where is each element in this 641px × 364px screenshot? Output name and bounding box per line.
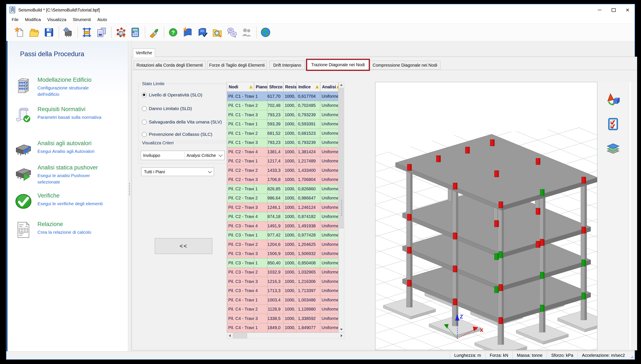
table-cell: 1000, (283, 249, 297, 259)
table-row[interactable]: Pil. C1 - Trave2681,521000,0,681523Unifo… (227, 129, 344, 138)
horizontal-scroll-thumb[interactable] (233, 333, 247, 338)
scroll-down-icon[interactable] (339, 327, 344, 332)
menu-visualizza[interactable]: Visualizza (44, 17, 70, 22)
subtab-forze-di-taglio-degli-elementi[interactable]: Forze di Taglio degli Elementi (207, 61, 267, 70)
minimize-button[interactable] (592, 4, 606, 16)
sidebar-item-requisiti-normativi[interactable]: Requisiti NormativiParametri basati sull… (15, 106, 122, 124)
table-cell: Uniforme (320, 249, 338, 259)
table-row[interactable]: Pil. C3 - Trave41713,31000,1,713397Unifo… (227, 286, 344, 296)
processor-button[interactable] (62, 26, 74, 39)
column-header-analisi[interactable]: Analisi6 (320, 82, 338, 92)
collapse-button[interactable]: << (155, 238, 212, 254)
book-new-button[interactable] (181, 26, 194, 39)
column-header-nodi[interactable]: Nodi1 (227, 82, 254, 92)
envelope-field[interactable]: Inviluppo (141, 153, 185, 158)
radio-livello-di-operativita-slo[interactable]: Livello di Operatività (SLO) (142, 92, 202, 98)
chevron-down-icon (208, 169, 212, 173)
table-row[interactable]: Pil. C4 - Trave31338,51000,1,338592Unifo… (227, 314, 344, 323)
calculator-button[interactable] (129, 26, 142, 39)
maximize-button[interactable] (606, 4, 620, 16)
folder-search-button[interactable] (211, 26, 224, 39)
sidebar-item-analisi-agli-autovalori[interactable]: Analisi agli autovaloriEsegui Analisi ag… (15, 140, 122, 158)
table-cell: Pil. C2 - Trave (227, 194, 254, 203)
subtab-trazione-diagonale-nei-nodi[interactable]: Trazione Diagonale nei Nodi (307, 60, 369, 70)
scroll-left-icon[interactable] (227, 333, 233, 339)
table-row[interactable]: Pil. C2 - Trave41381,41000,1,381424Unifo… (227, 147, 344, 157)
table-row[interactable]: Pil. C2 - Trave4874,181000,0,874182Unifo… (227, 212, 344, 222)
paint-brush-button[interactable] (148, 26, 161, 39)
scroll-up-icon[interactable] (339, 82, 344, 88)
toolbar-separator (78, 26, 78, 38)
support-button[interactable] (240, 26, 253, 39)
radio-danno-limitato-sld[interactable]: Danno Limitato (SLD) (142, 106, 192, 111)
subtab-compressione-diagonale-nei-nodi[interactable]: Compressione Diagonale nei Nodi (369, 61, 440, 70)
help-button[interactable] (167, 26, 180, 39)
table-row[interactable]: Pil. C2 - Trave31246,11000,1,246124Unifo… (227, 203, 344, 212)
table-row[interactable]: Pil. C3 - Trave1977,421000,0,977428Unifo… (227, 231, 344, 240)
table-cell: 1338,5 (267, 314, 283, 323)
paint-brush-icon (149, 27, 160, 38)
table-row[interactable]: Pil. C2 - Trave31706,81000,1,706804Unifo… (227, 175, 344, 184)
menu-modifica[interactable]: Modifica (22, 17, 44, 22)
table-row[interactable]: Pil. C1 - Trave1617,701000,0,617704Unifo… (227, 92, 344, 101)
book-check-button[interactable] (196, 26, 209, 39)
table-cell: Pil. C4 - Trave (227, 296, 254, 305)
table-row[interactable]: Pil. C2 - Trave11217,41000,1,217489Unifo… (227, 157, 344, 166)
table-row[interactable]: Pil. C1 - Trave3793,231000,0,793239Unifo… (227, 138, 344, 148)
view-3d-button[interactable] (605, 92, 621, 108)
code-report-button[interactable] (95, 26, 108, 39)
sidebar-splitter[interactable] (128, 41, 131, 351)
check-list-button[interactable] (605, 116, 621, 132)
menu-file[interactable]: File (9, 17, 22, 22)
table-row[interactable]: Pil. C1 - Trave2702,481000,0,702485Unifo… (227, 101, 344, 110)
table-row[interactable]: Pil. C2 - Trave21433,31000,1,433400Unifo… (227, 166, 344, 175)
analysis-dropdown[interactable]: Analysi Critiche (185, 153, 224, 158)
table-row[interactable]: Pil. C3 - Trave21204,61000,1,204625Unifo… (227, 240, 344, 249)
floors-dropdown[interactable]: Tutti i Piani (141, 168, 214, 176)
column-header-resist[interactable]: Resist4 (283, 82, 297, 92)
subtab-rotazioni-alla-corda-degli-elementi[interactable]: Rotazioni alla Corda degli Elementi (134, 61, 206, 70)
close-button[interactable]: × (620, 4, 634, 16)
menu-strumenti[interactable]: Strumenti (70, 17, 94, 22)
sidebar-item-analisi-statica-pushover[interactable]: Analisi statica pushoverEsegui le analis… (15, 164, 122, 185)
table-row[interactable]: Pil. C3 - Trave31506,91000,1,506932Unifo… (227, 249, 344, 259)
column-header-piano[interactable]: Piano2 (254, 82, 267, 92)
layers-button[interactable] (605, 140, 621, 157)
column-header-indice[interactable]: Indice5 (297, 82, 320, 92)
table-row[interactable]: Pil. C1 - Trave3793,231000,0,793239Unifo… (227, 110, 344, 120)
table-row[interactable]: Pil. C3 - Trave1850,401000,0,850408Unifo… (227, 258, 344, 268)
subtab-drift-interpiano[interactable]: Drift Interpiano (269, 61, 305, 70)
table-row[interactable]: Pil. C2 - Trave2986,641000,0,986647Unifo… (227, 194, 344, 203)
table-row[interactable]: Pil. C2 - Trave1826,851000,0,826860Unifo… (227, 184, 344, 194)
table-row[interactable]: Pil. C4 - Trave21128,91000,1,128980Unifo… (227, 305, 344, 314)
table-row[interactable]: Pil. C4 - Trave11849,01000,1,849077Unifo… (227, 323, 344, 333)
table-row[interactable]: Pil. C4 - Trave11003,41000,1,003486Unifo… (227, 296, 344, 305)
sidebar-item-modellazione-edificio[interactable]: Modellazione EdificioConfigurazione stru… (15, 77, 122, 98)
globe-button[interactable] (259, 26, 272, 39)
table-row[interactable]: Pil. C3 - Trave31216,31000,1,216306Unifo… (227, 277, 344, 286)
sidebar-item-subtitle: Parametri basati sulla normativa (38, 114, 110, 120)
vertical-scroll-thumb[interactable] (339, 88, 344, 228)
new-file-button[interactable] (13, 26, 26, 39)
save-project-button[interactable] (43, 26, 55, 39)
model-search-button[interactable] (114, 26, 127, 39)
beam-section-button[interactable] (81, 26, 93, 39)
radio-salvaguardia-della-vita-umana-slv[interactable]: Salvaguardia della Vita umana (SLV) (142, 120, 222, 124)
scroll-right-icon[interactable] (339, 333, 344, 339)
table-horizontal-scrollbar[interactable] (227, 332, 344, 339)
tab-verifiche[interactable]: Verifiche (133, 48, 155, 57)
menu-aiuto[interactable]: Aiuto (94, 17, 110, 22)
column-header-sforzo[interactable]: Sforzo3 (267, 82, 283, 92)
table-row[interactable]: Pil. C1 - Trave1593,391000,0,593391Unifo… (227, 120, 344, 129)
sidebar-item-relazione[interactable]: RelazioneCrea la relazione di calcolo (15, 221, 122, 239)
column-label: Sforzo (269, 84, 282, 90)
sidebar-item-verifiche[interactable]: VerificheEsegui le verifiche degli eleme… (15, 192, 122, 210)
chat-button[interactable] (226, 26, 238, 39)
radio-prevenzione-del-collasso-slc[interactable]: Prevenzione del Collasso (SLC) (142, 132, 212, 137)
model-3d-viewport[interactable]: ZX (375, 82, 597, 350)
resize-grip-icon (629, 352, 634, 359)
table-vertical-scrollbar[interactable] (339, 82, 344, 332)
table-row[interactable]: Pil. C3 - Trave41491,91000,1,491938Unifo… (227, 222, 344, 231)
open-project-button[interactable] (28, 26, 41, 39)
table-row[interactable]: Pil. C3 - Trave21032,91000,1,032965Unifo… (227, 268, 344, 277)
